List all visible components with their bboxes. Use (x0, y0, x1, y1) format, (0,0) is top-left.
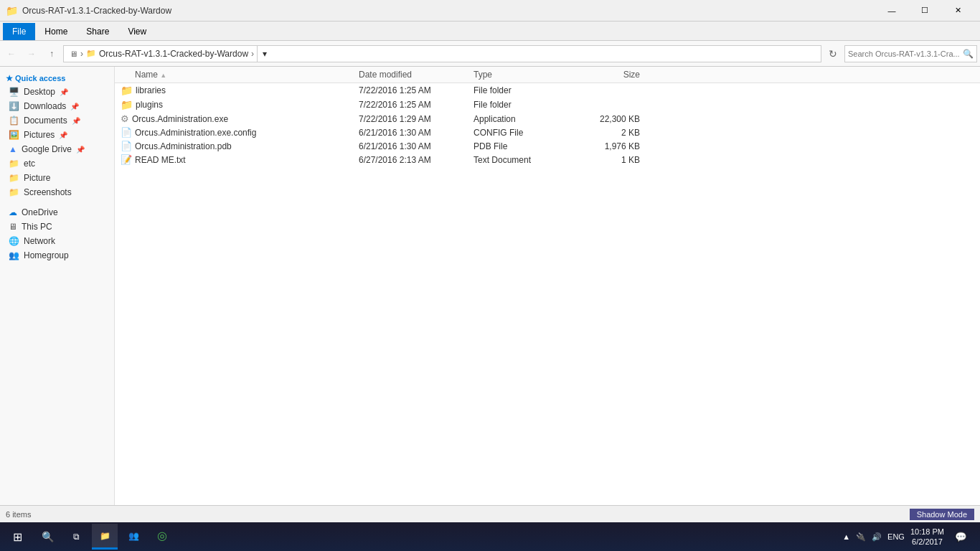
up-button[interactable]: ↑ (43, 45, 60, 62)
clock-time: 10:18 PM (910, 527, 944, 537)
sidebar-item-onedrive[interactable]: ☁ OneDrive (0, 205, 114, 220)
file-type: Text Document (473, 155, 574, 165)
start-button[interactable]: ⊞ (3, 524, 32, 550)
close-button[interactable]: ✕ (941, 0, 974, 22)
col-header-type[interactable]: Type (473, 70, 574, 80)
file-type: File folder (473, 85, 574, 95)
table-row[interactable]: 📁 plugins 7/22/2016 1:25 AM File folder (115, 98, 980, 112)
sidebar-item-thispc[interactable]: 🖥 This PC (0, 220, 114, 234)
pdb-file-icon: 📄 (121, 141, 132, 151)
table-row[interactable]: 📄 Orcus.Administration.pdb 6/21/2016 1:3… (115, 139, 980, 153)
ribbon: File Home Share View (0, 22, 980, 41)
taskbar-clock[interactable]: 10:18 PM 6/2/2017 (910, 527, 944, 547)
refresh-button[interactable]: ↻ (824, 45, 842, 62)
file-date: 7/22/2016 1:25 AM (359, 85, 473, 95)
gdrive-icon: ▲ (9, 144, 17, 154)
file-name-config: 📄 Orcus.Administration.exe.config (115, 127, 359, 138)
path-arrow: › (251, 49, 254, 59)
task-view-icon: ⧉ (73, 532, 80, 542)
search-input[interactable] (848, 50, 963, 58)
sidebar-item-documents[interactable]: 📋 Documents 📌 (0, 113, 114, 128)
pin-icon: 📌 (76, 146, 85, 154)
taskbar-search-button[interactable]: 🔍 (34, 524, 60, 550)
col-header-date[interactable]: Date modified (359, 70, 473, 80)
network-icon: 🌐 (9, 236, 19, 246)
column-headers: Name ▲ Date modified Type Size (115, 67, 980, 83)
col-header-size[interactable]: Size (574, 70, 646, 80)
sidebar-item-etc[interactable]: 📁 etc (0, 156, 114, 171)
sidebar: ★ Quick access 🖥️ Desktop 📌 ⬇️ Downloads… (0, 67, 115, 505)
address-path[interactable]: 🖥 › 📁 Orcus-RAT-v1.3.1-Cracked-by-Wardow… (63, 45, 821, 62)
file-name-readme: 📝 READ ME.txt (115, 154, 359, 165)
sidebar-item-homegroup[interactable]: 👥 Homegroup (0, 248, 114, 263)
tab-view[interactable]: View (118, 23, 156, 40)
sidebar-item-downloads[interactable]: ⬇️ Downloads 📌 (0, 99, 114, 113)
tab-home[interactable]: Home (35, 23, 77, 40)
file-date: 7/22/2016 1:29 AM (359, 114, 473, 124)
shadow-mode-button[interactable]: Shadow Mode (910, 509, 974, 520)
title-folder-icon: 📁 (6, 5, 18, 17)
path-dropdown-button[interactable]: ▾ (257, 45, 271, 62)
taskbar-teams-button[interactable]: 👥 (121, 524, 146, 550)
pin-icon: 📌 (59, 131, 67, 139)
table-row[interactable]: ⚙ Orcus.Administration.exe 7/22/2016 1:2… (115, 112, 980, 126)
taskbar-file-explorer-button[interactable]: 📁 (92, 524, 118, 550)
search-icon: 🔍 (963, 49, 974, 59)
status-bar: 6 items Shadow Mode (0, 505, 980, 522)
file-type: Application (473, 114, 574, 124)
clock-date: 6/2/2017 (910, 537, 944, 547)
tab-file[interactable]: File (3, 23, 35, 40)
minimize-button[interactable]: — (875, 0, 908, 22)
back-button[interactable]: ← (3, 45, 20, 62)
sidebar-item-picture[interactable]: 📁 Picture (0, 171, 114, 185)
task-view-button[interactable]: ⧉ (63, 524, 89, 550)
folder-icon-screenshots: 📁 (9, 187, 19, 197)
taskbar: ⊞ 🔍 ⧉ 📁 👥 ◎ ▲ 🔌 🔊 ENG 10:18 PM 6/2/2017 … (0, 522, 980, 551)
language-label: ENG (887, 532, 905, 541)
taskbar-system-tray: ▲ 🔌 🔊 ENG 10:18 PM 6/2/2017 💬 (837, 524, 977, 550)
file-name-pdb: 📄 Orcus.Administration.pdb (115, 141, 359, 151)
chrome-icon: ◎ (157, 529, 167, 542)
file-type: CONFIG File (473, 128, 574, 138)
search-icon: 🔍 (42, 531, 54, 542)
file-size: 2 KB (574, 128, 646, 138)
file-date: 6/21/2016 1:30 AM (359, 128, 473, 138)
folder-icon-etc: 📁 (9, 159, 19, 169)
table-row[interactable]: 📝 READ ME.txt 6/27/2016 2:13 AM Text Doc… (115, 153, 980, 166)
col-header-name[interactable]: Name ▲ (115, 70, 359, 80)
file-explorer-icon: 📁 (100, 531, 110, 541)
file-size: 1 KB (574, 155, 646, 165)
forward-button[interactable]: → (23, 45, 40, 62)
sidebar-item-screenshots[interactable]: 📁 Screenshots (0, 185, 114, 199)
search-box: 🔍 (844, 45, 977, 62)
taskbar-chrome-button[interactable]: ◎ (149, 524, 175, 550)
file-type: File folder (473, 100, 574, 110)
notification-button[interactable]: 💬 (950, 524, 971, 550)
main-layout: ★ Quick access 🖥️ Desktop 📌 ⬇️ Downloads… (0, 67, 980, 505)
ribbon-tabs: File Home Share View (0, 22, 980, 40)
sidebar-item-desktop[interactable]: 🖥️ Desktop 📌 (0, 85, 114, 99)
folder-icon: 📁 (121, 99, 133, 110)
pin-icon: 📌 (70, 103, 79, 110)
notification-icon: 💬 (955, 532, 967, 542)
table-row[interactable]: 📁 libraries 7/22/2016 1:25 AM File folde… (115, 83, 980, 98)
maximize-button[interactable]: ☐ (908, 0, 941, 22)
file-date: 7/22/2016 1:25 AM (359, 100, 473, 110)
address-bar: ← → ↑ 🖥 › 📁 Orcus-RAT-v1.3.1-Cracked-by-… (0, 41, 980, 67)
content-area: Name ▲ Date modified Type Size 📁 librari… (115, 67, 980, 505)
desktop-icon: 🖥️ (9, 87, 19, 97)
table-row[interactable]: 📄 Orcus.Administration.exe.config 6/21/2… (115, 126, 980, 139)
file-date: 6/21/2016 1:30 AM (359, 141, 473, 151)
exe-icon: ⚙ (121, 113, 129, 124)
sidebar-item-googledrive[interactable]: ▲ Google Drive 📌 (0, 142, 114, 156)
tray-chevron[interactable]: ▲ (842, 532, 850, 541)
path-separator: › (80, 49, 83, 59)
tab-share[interactable]: Share (77, 23, 118, 40)
config-file-icon: 📄 (121, 127, 132, 138)
sidebar-item-network[interactable]: 🌐 Network (0, 234, 114, 248)
teams-icon: 👥 (128, 531, 139, 541)
sidebar-item-pictures[interactable]: 🖼️ Pictures 📌 (0, 128, 114, 142)
documents-icon: 📋 (9, 116, 19, 126)
file-list: 📁 libraries 7/22/2016 1:25 AM File folde… (115, 83, 980, 505)
title-bar: 📁 Orcus-RAT-v1.3.1-Cracked-by-Wardow — ☐… (0, 0, 980, 22)
